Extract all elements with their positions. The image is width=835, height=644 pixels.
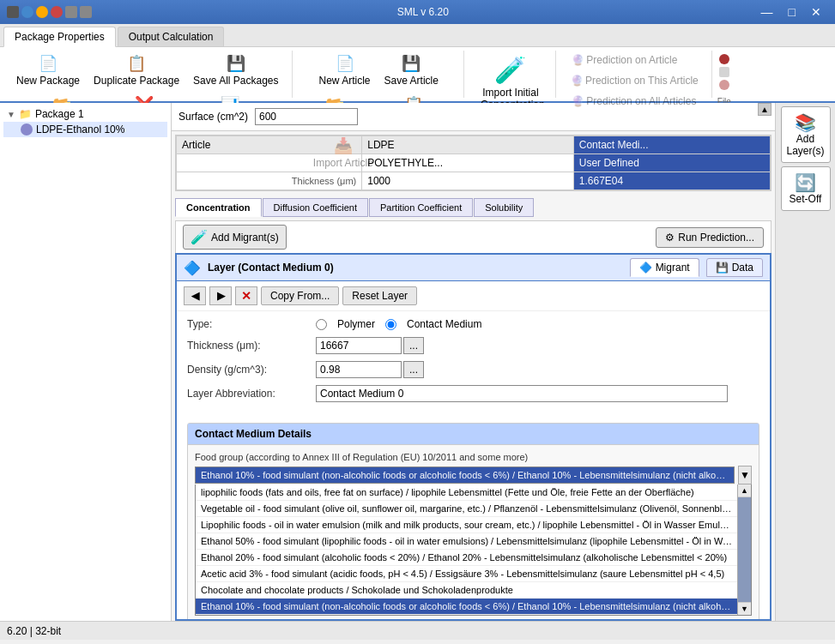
new-package-button[interactable]: 📄 New Package bbox=[10, 51, 86, 90]
new-article-button[interactable]: 📄 New Article bbox=[313, 51, 377, 90]
save-article-icon: 💾 bbox=[402, 54, 421, 73]
contact-medium-radio[interactable] bbox=[385, 319, 396, 330]
density-input[interactable] bbox=[316, 361, 402, 378]
file-icon-3[interactable] bbox=[719, 80, 729, 90]
cm-item-7[interactable]: Ethanol 10% - food simulant (non-alcohol… bbox=[196, 599, 737, 615]
cm-item-3[interactable]: Ethanol 50% - food simulant (lipophilic … bbox=[196, 533, 737, 550]
density-label: Density (g/cm^3): bbox=[187, 364, 316, 376]
app-icon bbox=[7, 6, 19, 18]
tree-child-item[interactable]: LDPE-Ethanol 10% bbox=[3, 122, 167, 137]
window-controls[interactable]: — □ ✕ bbox=[754, 3, 828, 21]
tab-output-calculation[interactable]: Output Calculation bbox=[118, 27, 225, 46]
layer-icon: 🔷 bbox=[184, 260, 201, 276]
minimize-button[interactable]: — bbox=[754, 3, 780, 21]
run-prediction-button[interactable]: ⚙ Run Prediction... bbox=[656, 227, 764, 248]
tree-root-label: Package 1 bbox=[35, 108, 84, 120]
add-layers-icon: 📚 bbox=[785, 112, 826, 133]
prediction-buttons: 🔮 Prediction on Article 🔮 Prediction on … bbox=[565, 51, 705, 111]
prev-layer-button[interactable]: ◀ bbox=[184, 286, 206, 305]
cm-dropdown-list: lipophilic foods (fats and oils, free fa… bbox=[196, 485, 737, 615]
article-row3-label: Thickness (μm) bbox=[177, 172, 362, 190]
polymer-radio[interactable] bbox=[316, 319, 327, 330]
article-row2-2: User Defined bbox=[573, 154, 770, 172]
thickness-dots-button[interactable]: ... bbox=[403, 337, 424, 354]
layer-title: Layer (Contact Medium 0) bbox=[208, 262, 334, 274]
package-buttons-row1: 📄 New Package 📋 Duplicate Package 💾 Save… bbox=[10, 51, 285, 90]
cm-scroll-down[interactable]: ▼ bbox=[738, 602, 751, 615]
coeff-tab-concentration[interactable]: Concentration bbox=[175, 198, 262, 217]
help-icon bbox=[21, 6, 33, 18]
coeff-tab-diffusion[interactable]: Diffusion Coefficient bbox=[263, 198, 368, 217]
tab-package-properties[interactable]: Package Properties bbox=[3, 27, 116, 47]
tool-icon bbox=[65, 6, 77, 18]
layer-tab-migrant[interactable]: 🔷 Migrant bbox=[630, 258, 699, 277]
arrow-icon bbox=[80, 6, 92, 18]
maximize-button[interactable]: □ bbox=[782, 3, 802, 21]
coeff-tab-solubility[interactable]: Solubility bbox=[474, 198, 534, 217]
layer-header: 🔷 Layer (Contact Medium 0) 🔷 Migrant 💾 D… bbox=[177, 255, 770, 281]
version-label: 6.20 | 32-bit bbox=[7, 625, 61, 637]
action-row: 🧪 Add Migrant(s) ⚙ Run Prediction... bbox=[175, 220, 771, 253]
tree-child-label: LDPE-Ethanol 10% bbox=[36, 123, 124, 135]
cm-item-0[interactable]: lipophilic foods (fats and oils, free fa… bbox=[196, 485, 737, 501]
cm-bottom-row: Realistic Case A: bbox=[195, 616, 752, 621]
add-layers-button[interactable]: 📚 Add Layer(s) bbox=[781, 106, 831, 163]
title-bar-left bbox=[7, 6, 92, 18]
save-article-button[interactable]: 💾 Save Article bbox=[378, 51, 445, 90]
file-icon-2[interactable] bbox=[719, 67, 729, 77]
surface-input[interactable] bbox=[255, 108, 358, 125]
duplicate-package-button[interactable]: 📋 Duplicate Package bbox=[88, 51, 185, 90]
app-title: SML v 6.20 bbox=[92, 6, 754, 18]
cm-dropdown-arrow[interactable]: ▼ bbox=[738, 466, 752, 485]
coeff-tab-partition[interactable]: Partition Coefficient bbox=[369, 198, 473, 217]
import-article-button[interactable]: 📥 Import Article bbox=[307, 133, 379, 172]
thickness-row: Thickness (μm): ... bbox=[187, 337, 759, 354]
thickness-input[interactable] bbox=[316, 337, 402, 354]
cm-scroll-up[interactable]: ▲ bbox=[738, 485, 751, 497]
thickness-label: Thickness (μm): bbox=[187, 340, 316, 352]
copy-from-button[interactable]: Copy From... bbox=[261, 286, 339, 305]
set-off-button[interactable]: 🔄 Set-Off bbox=[781, 166, 831, 211]
next-layer-button[interactable]: ▶ bbox=[209, 286, 232, 305]
tree-root-item[interactable]: ▼ 📁 Package 1 bbox=[3, 106, 167, 122]
abbreviation-input[interactable] bbox=[316, 385, 728, 402]
close-button[interactable]: ✕ bbox=[804, 3, 828, 21]
article-col-2: Contact Medi... bbox=[573, 136, 770, 154]
food-group-label: Food group (according to Annex III of Re… bbox=[195, 452, 752, 462]
right-panel: ▲ Surface (cm^2) Article LDPE Contact Me… bbox=[172, 103, 775, 621]
title-bar: SML v 6.20 — □ ✕ bbox=[0, 0, 835, 24]
realistic-case-input[interactable] bbox=[294, 619, 346, 621]
add-migrant-button[interactable]: 🧪 Add Migrant(s) bbox=[183, 225, 287, 250]
contact-medium-header: Contact Medium Details bbox=[188, 424, 759, 445]
abbreviation-label: Layer Abbreviation: bbox=[187, 388, 316, 400]
scroll-up-btn[interactable]: ▲ bbox=[758, 103, 771, 116]
layer-nav: ◀ ▶ ✕ Copy From... Reset Layer bbox=[177, 281, 770, 311]
layer-form: Type: Polymer Contact Medium Thickness (… bbox=[177, 311, 770, 416]
layer-tab-data[interactable]: 💾 Data bbox=[706, 258, 763, 277]
cm-item-4[interactable]: Ethanol 20% - food simulant (alcoholic f… bbox=[196, 550, 737, 566]
prediction-on-article-button[interactable]: 🔮 Prediction on Article bbox=[566, 51, 703, 69]
prediction-this-article-button[interactable]: 🔮 Prediction on This Article bbox=[565, 71, 705, 90]
new-article-icon: 📄 bbox=[336, 54, 354, 73]
status-bar: 6.20 | 32-bit bbox=[0, 621, 835, 640]
coeff-tabs: Concentration Diffusion Coefficient Part… bbox=[175, 198, 771, 217]
cm-dropdown: lipophilic foods (fats and oils, free fa… bbox=[195, 485, 752, 616]
reset-layer-button[interactable]: Reset Layer bbox=[342, 286, 417, 305]
type-radio-group: Polymer Contact Medium bbox=[316, 318, 481, 330]
import-initial-concentration-button[interactable]: 🧪 Import Initial Concentration bbox=[473, 51, 548, 98]
surface-label: Surface (cm^2) bbox=[178, 111, 248, 123]
cm-item-2[interactable]: Lipophilic foods - oil in water emulsion… bbox=[196, 517, 737, 533]
cm-item-5[interactable]: Acetic acid 3% - food simulant (acidic f… bbox=[196, 566, 737, 582]
cm-scrollbar[interactable]: ▲ ▼ bbox=[737, 485, 751, 615]
cm-item-6[interactable]: Chocolate and chocolate products / Schok… bbox=[196, 582, 737, 599]
article-row3-val2: 1.667E04 bbox=[573, 172, 770, 190]
save-all-icon: 💾 bbox=[227, 54, 245, 73]
save-all-packages-button[interactable]: 💾 Save All Packages bbox=[187, 51, 284, 90]
prediction-all-articles-button[interactable]: 🔮 Prediction on All Articles bbox=[566, 92, 703, 111]
cm-item-1[interactable]: Vegetable oil - food simulant (olive oil… bbox=[196, 501, 737, 517]
density-dots-button[interactable]: ... bbox=[403, 361, 424, 378]
delete-layer-button[interactable]: ✕ bbox=[235, 286, 257, 305]
file-icon-1[interactable] bbox=[719, 54, 729, 64]
toolbar-group-package: 📄 New Package 📋 Duplicate Package 💾 Save… bbox=[3, 51, 293, 98]
cm-selected-value[interactable]: Ethanol 10% - food simulant (non-alcohol… bbox=[195, 466, 735, 484]
